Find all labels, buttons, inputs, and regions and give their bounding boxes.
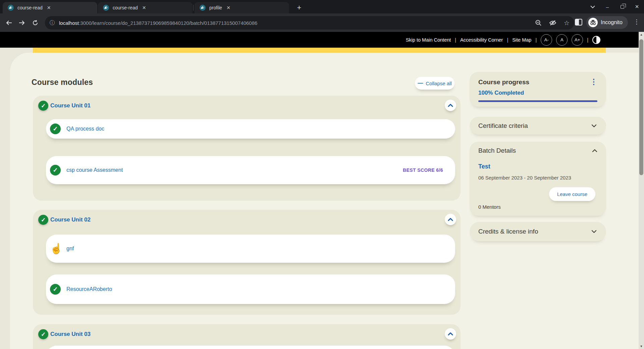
mentors-count: 0 Mentors: [478, 204, 501, 210]
forward-button[interactable]: [17, 18, 27, 28]
check-icon: ✓: [50, 165, 61, 176]
scroll-up-icon[interactable]: ▲: [639, 32, 644, 37]
app-favicon: [7, 4, 14, 11]
scrollbar-thumb[interactable]: [639, 39, 643, 175]
credits-license-accordion[interactable]: Credits & license info: [470, 222, 606, 241]
window-controls: – ✕: [588, 0, 641, 13]
page-scrollbar[interactable]: ▲ ▼: [639, 32, 644, 349]
close-window-button[interactable]: ✕: [633, 2, 641, 11]
eye-off-icon[interactable]: [549, 20, 556, 26]
minimize-button[interactable]: –: [603, 2, 612, 11]
progress-bar-fill: [478, 100, 597, 102]
credits-license-title: Credits & license info: [478, 228, 538, 235]
browser-toolbar: ⓘ localhost:3000/learn/course/do_2138737…: [0, 13, 644, 32]
address-bar[interactable]: ⓘ localhost:3000/learn/course/do_2138737…: [45, 16, 574, 30]
tab-close-icon[interactable]: ✕: [225, 5, 231, 11]
unit-title: Course Unit 02: [50, 216, 91, 223]
batch-details-title: Batch Details: [478, 147, 516, 154]
chevron-up-icon[interactable]: [445, 100, 456, 111]
course-unit-section: ✓ Course Unit 03: [33, 324, 461, 349]
tab-close-icon[interactable]: ✕: [46, 5, 52, 11]
course-unit-section: ✓ Course Unit 01 ✓ QA process doc ✓ csp …: [33, 96, 461, 201]
check-icon: ✓: [38, 101, 48, 111]
course-unit-section: ✓ Course Unit 02 ☝ gnf ✓ ResourceARobert…: [33, 210, 461, 315]
url-path: :3000/learn/course/do_213873719069859840…: [79, 20, 257, 26]
app-favicon: [103, 4, 109, 11]
batch-details-card: Batch Details Test 06 September 2023 - 2…: [470, 142, 606, 216]
side-panel-icon[interactable]: [575, 19, 582, 26]
zoom-out-icon[interactable]: [535, 19, 542, 26]
separator: |: [587, 37, 588, 43]
font-decrease-button[interactable]: A-: [541, 34, 552, 46]
minus-icon: —: [418, 80, 423, 86]
tab-course-read-1[interactable]: course-read ✕: [3, 2, 97, 13]
scroll-down-icon[interactable]: ▼: [639, 344, 644, 349]
restore-icon: [621, 5, 624, 9]
content-item-link[interactable]: gnf: [66, 246, 74, 252]
chevron-up-icon[interactable]: [445, 214, 456, 225]
chevron-down-icon: [591, 230, 597, 233]
separator: |: [535, 37, 537, 43]
unit-title: Course Unit 01: [50, 102, 91, 109]
touch-icon: ☝: [50, 243, 61, 254]
incognito-icon: [588, 18, 598, 27]
site-info-icon[interactable]: ⓘ: [50, 19, 55, 27]
course-progress-title: Course progress: [478, 79, 529, 86]
content-item-link[interactable]: ResourceARoberto: [66, 286, 112, 292]
tab-divider: [193, 5, 194, 11]
content-item[interactable]: ✓ QA process doc: [46, 119, 455, 139]
collapse-all-label: Collapse all: [426, 81, 452, 86]
progress-value: 100% Completed: [478, 90, 597, 96]
tab-title: course-read: [113, 5, 138, 10]
back-button[interactable]: [4, 18, 14, 28]
content-item-link[interactable]: csp course Assessment: [66, 167, 123, 173]
bookmark-star-icon[interactable]: ☆: [564, 19, 570, 27]
best-score-badge: BEST SCORE 6/6: [403, 167, 443, 173]
content-item-link[interactable]: QA process doc: [66, 126, 104, 132]
incognito-label: Incognito: [601, 19, 623, 26]
accessibility-corner-link[interactable]: Accessibility Corner: [460, 37, 503, 43]
content-item[interactable]: ✓ csp course Assessment BEST SCORE 6/6: [46, 156, 455, 184]
tab-close-icon[interactable]: ✕: [141, 5, 147, 11]
content-item[interactable]: ✓ ResourceARoberto: [46, 275, 455, 304]
app-favicon: [199, 4, 206, 11]
skip-to-main-link[interactable]: Skip to Main Content: [406, 37, 451, 43]
tab-search-chevron-icon[interactable]: [588, 2, 597, 11]
half-circle-contrast-icon[interactable]: [592, 36, 600, 44]
new-tab-button[interactable]: +: [294, 3, 304, 13]
url-host: localhost: [59, 20, 79, 26]
accessibility-bar: Skip to Main Content | Accessibility Cor…: [0, 32, 644, 48]
content-item[interactable]: [46, 346, 455, 349]
batch-details-accordion[interactable]: Batch Details: [478, 147, 597, 154]
batch-dates: 06 September 2023 - 20 September 2023: [478, 175, 597, 181]
course-progress-card: Course progress ⋮ 100% Completed: [470, 72, 606, 107]
unit-title: Course Unit 03: [50, 331, 91, 338]
kebab-icon[interactable]: ⋮: [590, 79, 597, 85]
chevron-up-icon: [592, 149, 597, 152]
tab-course-read-2[interactable]: course-read ✕: [98, 2, 193, 13]
browser-tabstrip: course-read ✕ course-read ✕ profile ✕ + …: [0, 0, 644, 13]
separator: |: [455, 37, 456, 43]
batch-name: Test: [478, 163, 597, 170]
chevron-up-icon[interactable]: [445, 328, 456, 340]
incognito-badge: Incognito: [586, 16, 628, 29]
restore-button[interactable]: [618, 2, 627, 11]
browser-menu-icon[interactable]: ⋮: [633, 18, 640, 27]
chevron-down-icon: [591, 124, 597, 128]
tab-title: course-read: [17, 5, 43, 10]
check-icon: ✓: [38, 215, 48, 225]
tab-profile[interactable]: profile ✕: [195, 2, 289, 13]
brand-accent-strip: [33, 48, 606, 53]
font-default-button[interactable]: A: [556, 34, 568, 46]
site-map-link[interactable]: Site Map: [512, 37, 531, 43]
font-increase-button[interactable]: A+: [572, 34, 583, 46]
collapse-all-button[interactable]: — Collapse all: [415, 77, 454, 90]
content-item[interactable]: ☝ gnf: [46, 235, 455, 263]
omnibox-icons: ☆: [535, 19, 570, 27]
page-title: Course modules: [32, 78, 93, 87]
reload-button[interactable]: [30, 18, 40, 28]
leave-course-button[interactable]: Leave course: [549, 187, 595, 201]
check-icon: ✓: [50, 123, 61, 134]
url-text: localhost:3000/learn/course/do_213873719…: [59, 20, 531, 26]
certificate-criteria-accordion[interactable]: Certificate criteria: [470, 117, 606, 135]
